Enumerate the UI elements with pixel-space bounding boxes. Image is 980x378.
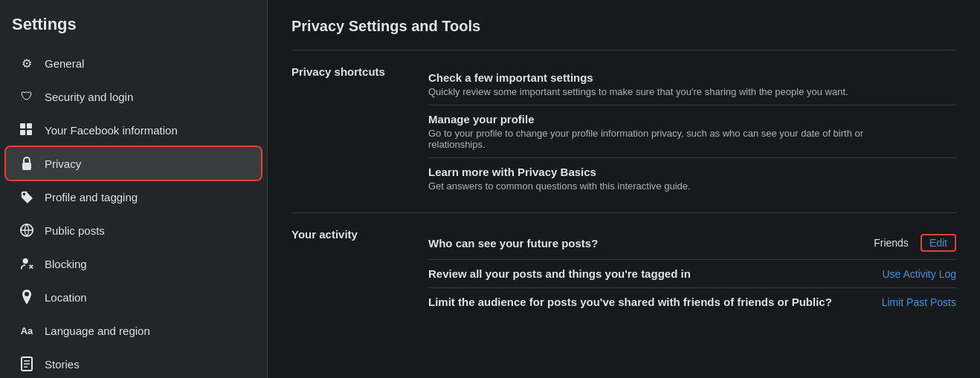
svg-rect-2 [20, 130, 25, 135]
item-future-posts-right: Friends Edit [874, 234, 956, 252]
sidebar-item-location[interactable]: Location [6, 281, 261, 313]
item-privacy-basics-title: Learn more with Privacy Basics [428, 166, 691, 178]
item-limit-past-posts-title: Limit the audience for posts you've shar… [428, 296, 832, 308]
sidebar-title: Settings [0, 15, 267, 46]
your-activity-section: Your activity Who can see your future po… [291, 213, 956, 329]
stories-icon [18, 355, 36, 373]
sidebar-item-stories[interactable]: Stories [6, 348, 261, 378]
item-activity-log-title: Review all your posts and things you're … [428, 267, 691, 280]
sidebar-label-privacy: Privacy [45, 157, 81, 170]
sidebar-label-security: Security and login [45, 91, 133, 103]
item-limit-past-posts: Limit the audience for posts you've shar… [428, 288, 956, 316]
item-manage-profile: Manage your profile Go to your profile t… [428, 105, 956, 158]
section-category-your-activity: Your activity [291, 227, 410, 241]
sidebar-item-profile-tagging[interactable]: Profile and tagging [6, 180, 261, 213]
item-limit-past-posts-row: Limit the audience for posts you've shar… [428, 296, 956, 308]
sidebar-label-facebook-info: Your Facebook information [45, 124, 178, 137]
sidebar-item-blocking[interactable]: Blocking [6, 247, 261, 280]
sidebar-label-language: Language and region [45, 325, 150, 337]
use-activity-log-link[interactable]: Use Activity Log [882, 268, 956, 280]
sidebar-label-location: Location [45, 291, 87, 304]
limit-past-posts-link[interactable]: Limit Past Posts [882, 296, 956, 308]
sidebar-label-profile-tagging: Profile and tagging [45, 191, 138, 203]
main-content: Privacy Settings and Tools Privacy short… [268, 0, 980, 378]
item-future-posts-value: Friends [874, 237, 909, 249]
sidebar-item-public-posts[interactable]: Public posts [6, 214, 261, 247]
sidebar-label-stories: Stories [45, 358, 80, 371]
gear-icon: ⚙ [18, 54, 36, 72]
item-future-posts: Who can see your future posts? Friends E… [428, 227, 956, 260]
item-privacy-basics: Learn more with Privacy Basics Get answe… [428, 158, 956, 199]
grid-icon [18, 121, 36, 139]
item-check-settings-row: Check a few important settings Quickly r… [428, 71, 956, 97]
edit-future-posts-button[interactable]: Edit [921, 234, 956, 252]
item-check-settings: Check a few important settings Quickly r… [428, 64, 956, 105]
block-user-icon [18, 255, 36, 273]
item-privacy-basics-row: Learn more with Privacy Basics Get answe… [428, 166, 956, 192]
item-future-posts-title: Who can see your future posts? [428, 237, 598, 250]
page-title: Privacy Settings and Tools [291, 18, 956, 35]
language-icon: Aa [18, 322, 36, 339]
privacy-shortcuts-section: Privacy shortcuts Check a few important … [291, 50, 956, 213]
item-check-settings-title: Check a few important settings [428, 71, 848, 84]
sidebar-item-security[interactable]: 🛡 Security and login [6, 80, 261, 113]
sidebar-item-general[interactable]: ⚙ General [6, 47, 261, 79]
svg-rect-4 [22, 163, 31, 170]
item-activity-log-right: Use Activity Log [882, 268, 956, 280]
your-activity-items: Who can see your future posts? Friends E… [428, 227, 956, 316]
lock-icon [18, 154, 36, 172]
privacy-shortcuts-items: Check a few important settings Quickly r… [428, 64, 956, 199]
item-future-posts-row: Who can see your future posts? Friends E… [428, 234, 956, 252]
item-check-settings-subtitle: Quickly review some important settings t… [428, 86, 848, 97]
sidebar-item-facebook-info[interactable]: Your Facebook information [6, 114, 261, 146]
sidebar-label-public-posts: Public posts [45, 224, 105, 237]
svg-point-6 [23, 258, 28, 264]
item-check-settings-content: Check a few important settings Quickly r… [428, 71, 848, 97]
section-category-privacy-shortcuts: Privacy shortcuts [291, 64, 410, 78]
item-manage-profile-row: Manage your profile Go to your profile t… [428, 113, 956, 150]
location-icon [18, 288, 36, 306]
item-manage-profile-subtitle: Go to your profile to change your profil… [428, 128, 874, 150]
sidebar-label-general: General [45, 57, 84, 70]
item-manage-profile-title: Manage your profile [428, 113, 874, 126]
sidebar-item-privacy[interactable]: Privacy [6, 147, 261, 180]
sidebar: Settings ⚙ General 🛡 Security and login … [0, 0, 268, 378]
item-privacy-basics-content: Learn more with Privacy Basics Get answe… [428, 166, 691, 192]
shield-icon: 🛡 [18, 88, 36, 105]
tag-icon [18, 188, 36, 206]
sidebar-label-blocking: Blocking [45, 258, 87, 270]
item-activity-log: Review all your posts and things you're … [428, 260, 956, 288]
item-privacy-basics-subtitle: Get answers to common questions with thi… [428, 180, 691, 192]
sidebar-item-language[interactable]: Aa Language and region [6, 314, 261, 347]
svg-rect-1 [27, 123, 32, 128]
item-limit-past-posts-right: Limit Past Posts [882, 296, 956, 308]
globe-icon [18, 221, 36, 239]
item-manage-profile-content: Manage your profile Go to your profile t… [428, 113, 874, 150]
svg-rect-0 [20, 123, 25, 128]
item-activity-log-row: Review all your posts and things you're … [428, 267, 956, 280]
svg-rect-3 [27, 130, 32, 135]
